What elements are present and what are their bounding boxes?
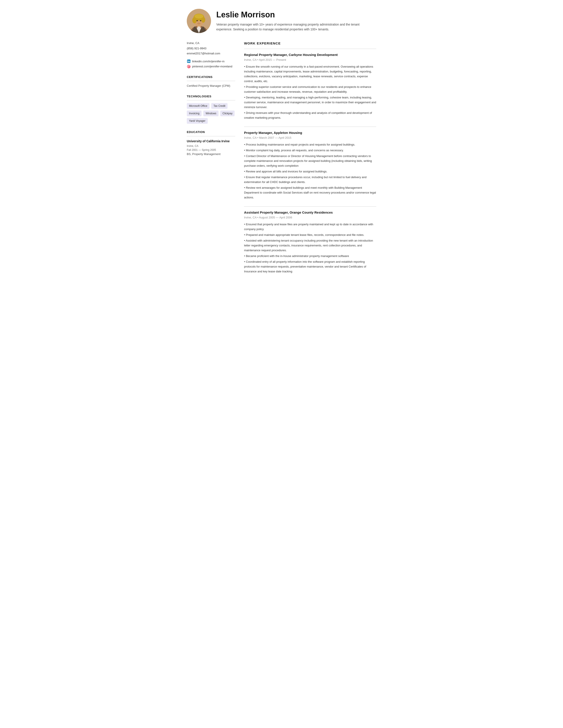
pinterest-icon (187, 65, 191, 68)
header-info: Leslie Morrison Veteran property manager… (216, 9, 376, 32)
technologies-section: TECHNOLOGIES Microsoft Office Tax Credit… (187, 94, 235, 124)
technologies-title: TECHNOLOGIES (187, 94, 235, 99)
job-bullet-2-0: • Ensured that property and lease files … (244, 222, 376, 232)
linkedin-text: linkedin.com/in/jennifer-m (192, 59, 224, 64)
linkedin-icon (187, 59, 191, 63)
svg-point-10 (198, 22, 199, 23)
sidebar: Irvine, CA (858) 921-9943 emmet2017@hotm… (187, 41, 235, 280)
svg-point-9 (200, 20, 201, 21)
work-experience-title: WORK EXPERIENCE (244, 41, 376, 46)
job-meta-2: Irvine, CA • August 2005 — April 2006 (244, 215, 376, 220)
linkedin-link[interactable]: linkedin.com/in/jennifer-m (187, 59, 235, 64)
job-bullet-2-4: • Coordinated entry of all property info… (244, 259, 376, 274)
edu-divider (187, 136, 235, 136)
cert-divider (187, 81, 235, 81)
job-bullet-0-3: • Driving revenues with your thorough un… (244, 111, 376, 120)
edu-school-0: University of California Irvine (187, 139, 235, 144)
candidate-name: Leslie Morrison (216, 9, 376, 21)
work-experience-section: WORK EXPERIENCE Regional Property Manage… (244, 41, 376, 274)
certifications-title: CERTIFICATIONS (187, 75, 235, 79)
job-divider-1 (244, 127, 376, 127)
header-section: Leslie Morrison Veteran property manager… (187, 9, 376, 33)
svg-point-13 (188, 60, 188, 61)
contact-email: emmet2017@hotmail.com (187, 51, 235, 56)
job-bullet-1-2: • Contact Director of Maintenance or Dir… (244, 154, 376, 168)
certifications-section: CERTIFICATIONS Certified Property Manage… (187, 75, 235, 88)
job-block-0: Regional Property Manager, Carbyne Housi… (244, 52, 376, 120)
job-bullet-1-1: • Monitor complaint log daily, process a… (244, 148, 376, 153)
tech-tag-4: Clickpay (220, 111, 235, 116)
svg-point-8 (196, 20, 198, 21)
job-divider-2 (244, 206, 376, 207)
job-bullet-1-3: • Review and approve all bills and invoi… (244, 169, 376, 174)
resume-container: Leslie Morrison Veteran property manager… (176, 0, 387, 289)
job-bullet-2-2: • Assisted with administering tenant occ… (244, 238, 376, 253)
job-description-1: • Process building maintenance and repai… (244, 142, 376, 200)
job-bullet-2-1: • Prepared and maintain appropriate tena… (244, 233, 376, 237)
svg-point-5 (192, 17, 197, 23)
job-title-0: Regional Property Manager, Carbyne Housi… (244, 52, 376, 57)
candidate-summary: Veteran property manager with 10+ years … (216, 22, 366, 32)
job-title-2: Assistant Property Manager, Orange Count… (244, 210, 376, 215)
body-layout: Irvine, CA (858) 921-9943 emmet2017@hotm… (187, 41, 376, 280)
contact-phone: (858) 921-9943 (187, 46, 235, 51)
job-description-0: • Ensure the smooth running of our commu… (244, 64, 376, 120)
education-section: EDUCATION University of California Irvin… (187, 130, 235, 156)
svg-point-7 (194, 14, 203, 18)
job-block-1: Property Manager, Appleton Housing Irvin… (244, 130, 376, 200)
tech-tag-1: Tax Credit (211, 103, 228, 109)
edu-dates-0: Fall 2001 — Spring 2005 (187, 148, 235, 152)
tech-tags-container: Microsoft Office Tax Credit Invoicing Wi… (187, 103, 235, 124)
contact-section: Irvine, CA (858) 921-9943 emmet2017@hotm… (187, 41, 235, 56)
job-title-1: Property Manager, Appleton Housing (244, 130, 376, 135)
job-block-2: Assistant Property Manager, Orange Count… (244, 210, 376, 274)
job-bullet-1-5: • Review rent arrearages for assigned bu… (244, 185, 376, 200)
cert-item-0: Certified Property Manager (CPM) (187, 84, 235, 88)
tech-tag-0: Microsoft Office (187, 103, 209, 109)
job-bullet-0-2: • Developing, mentoring, leading, and ma… (244, 95, 376, 110)
tech-tag-3: Windows (203, 111, 219, 116)
job-meta-0: Irvine, CA • April 2015 — Present (244, 58, 376, 62)
job-bullet-1-0: • Process building maintenance and repai… (244, 142, 376, 147)
main-content: WORK EXPERIENCE Regional Property Manage… (244, 41, 376, 280)
education-title: EDUCATION (187, 130, 235, 134)
social-section: linkedin.com/in/jennifer-m pinterest.com… (187, 59, 235, 69)
contact-location: Irvine, CA (187, 41, 235, 45)
svg-rect-12 (188, 61, 188, 62)
job-meta-1: Irvine, CA • March 2007 — April 2015 (244, 136, 376, 140)
edu-location-0: Irvine, CA (187, 144, 235, 148)
avatar (187, 9, 211, 33)
edu-degree-0: BS, Property Management (187, 152, 235, 156)
work-divider (244, 49, 376, 49)
job-bullet-1-4: • Ensure that regular maintenance proced… (244, 175, 376, 185)
tech-tag-5: Yardi Voyager (187, 118, 208, 124)
job-bullet-2-3: • Became proficient with the in-house ad… (244, 254, 376, 259)
job-bullet-0-1: • Providing superior customer service an… (244, 85, 376, 94)
job-bullet-0-0: • Ensure the smooth running of our commu… (244, 64, 376, 84)
tech-tag-2: Invoicing (187, 111, 202, 116)
pinterest-link[interactable]: pinterest.com/jennifer-moreland (187, 64, 235, 69)
pinterest-text: pinterest.com/jennifer-moreland (192, 64, 232, 69)
job-description-2: • Ensured that property and lease files … (244, 222, 376, 274)
